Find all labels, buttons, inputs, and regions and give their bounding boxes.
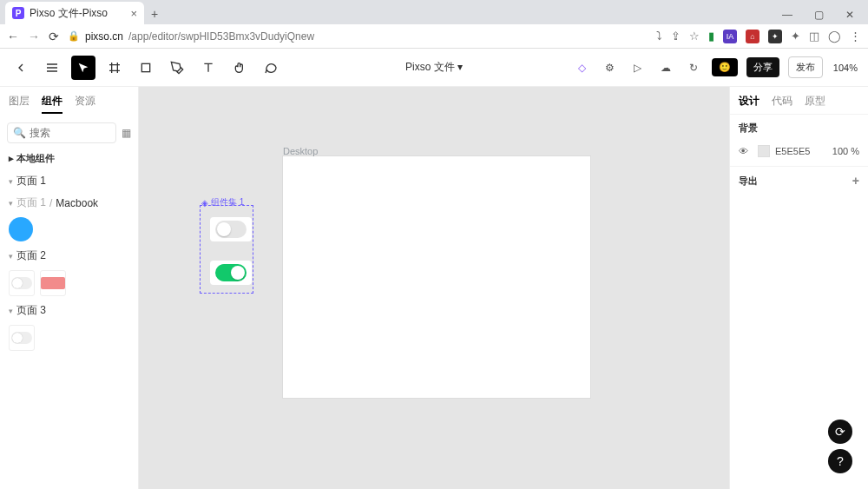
avatar-badge[interactable]: 🙂 [712,58,738,76]
frame-tool[interactable] [102,56,127,80]
artboard-desktop[interactable] [283,156,590,398]
thumb-circle[interactable] [9,217,33,241]
nav-back-icon[interactable]: ← [7,30,19,43]
nav-forward-icon[interactable]: → [28,30,40,43]
browser-tabbar: P Pixso 文件-Pixso × + — ▢ ✕ [0,0,868,24]
background-fill-row[interactable]: 👁 E5E5E5 100 % [730,142,868,166]
page-1-macbook-item[interactable]: ▾页面 1 / Macbook [0,192,138,214]
add-export-icon[interactable]: + [852,174,859,188]
tab-title: Pixso 文件-Pixso [30,6,108,21]
tab-code[interactable]: 代码 [772,94,792,109]
extensions-puzzle-icon[interactable]: ✦ [791,30,800,43]
shape-tool[interactable] [134,56,158,80]
app-toolbar: Pixso 文件 ▾ ◇ ⚙ ▷ ☁ ↻ 🙂 分享 发布 104% [0,49,868,87]
share-button[interactable]: 分享 [746,57,779,77]
switch-on-instance[interactable] [210,261,252,285]
local-components-header: ▸ 本地组件 [0,147,138,170]
left-panel: 图层 组件 资源 🔍 ▦ ▸ 本地组件 ▾页面 1 ▾页面 1 / Macboo… [0,87,139,489]
menu-button[interactable] [40,56,64,80]
search-input[interactable] [30,127,110,139]
close-tab-icon[interactable]: × [130,7,137,20]
back-button[interactable] [9,56,33,80]
text-tool[interactable] [196,56,220,80]
document-title[interactable]: Pixso 文件 ▾ [405,60,463,75]
url-host: pixso.cn [85,30,123,43]
extension-badge-2[interactable]: ⌂ [746,30,760,43]
side-panel-icon[interactable]: ◫ [809,30,819,43]
caret-icon: ▸ [9,153,16,163]
extension-green-icon[interactable]: ▮ [708,30,714,43]
lock-icon: 🔒 [68,30,80,42]
diamond-icon[interactable]: ◇ [573,58,592,77]
window-controls: — ▢ ✕ [773,5,868,24]
bookmark-icon[interactable]: ☆ [689,30,700,43]
history-icon[interactable]: ↻ [684,58,703,77]
background-section: 背景 [730,114,868,142]
browser-tab[interactable]: P Pixso 文件-Pixso × [5,2,144,24]
thumb-red[interactable] [40,270,66,296]
export-section: 导出 + [730,166,868,195]
comment-tool[interactable] [259,56,283,80]
profile-avatar-icon[interactable]: ◯ [828,30,841,43]
browser-address-bar: ← → ⟳ 🔒 pixso.cn/app/editor/swpHID53Bmx3… [0,24,868,49]
visibility-icon[interactable]: 👁 [739,146,753,156]
color-swatch[interactable] [758,145,770,157]
pixso-favicon: P [12,7,24,19]
thumb-switch-2[interactable] [9,325,35,351]
zoom-level[interactable]: 104% [832,63,859,73]
help-fab[interactable]: ? [828,449,852,473]
tab-components[interactable]: 组件 [42,94,62,114]
window-minimize-icon[interactable]: — [773,5,802,24]
share-url-icon[interactable]: ⇪ [671,30,681,43]
url-path: /app/editor/swpHID53Bmx3vDudyiQnew [128,30,314,43]
component-search-row: 🔍 ▦ [0,119,138,147]
left-panel-tabs: 图层 组件 资源 [0,87,138,119]
url-field[interactable]: 🔒 pixso.cn/app/editor/swpHID53Bmx3vDudyi… [68,30,648,43]
grid-view-icon[interactable]: ▦ [122,127,131,139]
svg-rect-0 [141,63,149,71]
search-icon: 🔍 [13,127,26,139]
browser-menu-icon[interactable]: ⋮ [850,30,861,43]
pen-tool[interactable] [165,56,189,80]
right-panel-tabs: 设计 代码 原型 [730,87,868,114]
cloud-upload-icon[interactable]: ☁ [656,58,675,77]
canvas[interactable]: Desktop ◈ 组件集 1 [139,87,729,489]
page-3-item[interactable]: ▾页面 3 [0,300,138,321]
pixso-app: Pixso 文件 ▾ ◇ ⚙ ▷ ☁ ↻ 🙂 分享 发布 104% 图层 组件 … [0,49,868,489]
tab-layers[interactable]: 图层 [9,94,30,114]
extension-badge-1[interactable]: IA [723,30,737,43]
color-opacity[interactable]: 100 % [832,146,859,156]
new-tab-button[interactable]: + [144,3,165,24]
history-fab[interactable]: ⟳ [828,420,852,444]
component-search[interactable]: 🔍 [7,122,116,143]
address-actions: ⤵ ⇪ ☆ ▮ IA ⌂ ✦ ✦ ◫ ◯ ⋮ [656,30,861,43]
install-app-icon[interactable]: ⤵ [656,30,662,43]
window-maximize-icon[interactable]: ▢ [804,5,833,24]
nav-reload-icon[interactable]: ⟳ [49,30,59,43]
tab-prototype[interactable]: 原型 [805,94,825,109]
thumb-switch[interactable] [9,270,35,296]
tab-resources[interactable]: 资源 [75,94,95,114]
play-icon[interactable]: ▷ [628,58,648,77]
window-close-icon[interactable]: ✕ [835,5,865,24]
frame-label[interactable]: Desktop [283,146,318,156]
page-2-item[interactable]: ▾页面 2 [0,245,138,267]
move-tool[interactable] [71,56,95,80]
page-1-item[interactable]: ▾页面 1 [0,170,138,192]
switch-off-instance[interactable] [210,217,252,241]
tab-design[interactable]: 设计 [739,94,760,109]
hand-tool[interactable] [227,56,252,80]
color-hex[interactable]: E5E5E5 [775,146,810,156]
plugins-icon[interactable]: ⚙ [601,58,620,77]
publish-button[interactable]: 发布 [788,56,823,78]
extension-badge-3[interactable]: ✦ [768,30,782,43]
